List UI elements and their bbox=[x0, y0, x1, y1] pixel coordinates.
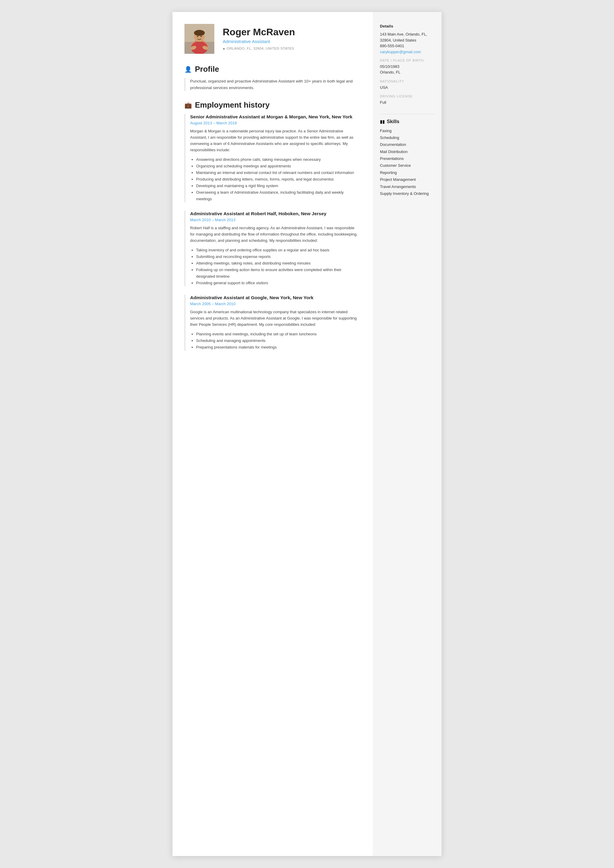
list-item: Following up on meeting action items to … bbox=[196, 267, 360, 280]
list-item: Submitting and reconciling expense repor… bbox=[196, 253, 360, 260]
resume-container: Roger McRaven Administrative Assistant ●… bbox=[172, 12, 442, 856]
sidebar-address: 143 Main Ave, Orlando, FL, 32804, United… bbox=[380, 31, 434, 43]
list-item: Organizing and scheduling meetings and a… bbox=[196, 163, 360, 169]
list-item: Planning events and meetings, including … bbox=[196, 331, 360, 338]
sidebar-phone: 890-555-0401 bbox=[380, 43, 434, 49]
job-bullets-1: Answering and directions phone calls, ta… bbox=[196, 157, 360, 203]
profile-body: Punctual, organized and proactive Admini… bbox=[185, 78, 360, 91]
skill-item: Documentation bbox=[380, 141, 434, 148]
profile-text: Punctual, organized and proactive Admini… bbox=[190, 78, 360, 91]
sidebar: Details 143 Main Ave, Orlando, FL, 32804… bbox=[373, 12, 442, 856]
svg-point-7 bbox=[201, 36, 202, 37]
job-title-3: Administrative Assistant at Google, New … bbox=[190, 295, 360, 301]
list-item: Producing and distributing letters, memo… bbox=[196, 176, 360, 183]
list-item: Scheduling and managing appointments bbox=[196, 338, 360, 344]
candidate-name: Roger McRaven bbox=[223, 27, 295, 37]
list-item: Providing general support to office visi… bbox=[196, 280, 360, 286]
header-info: Roger McRaven Administrative Assistant ●… bbox=[223, 27, 295, 51]
sidebar-dob: 05/10/1983 Orlando, FL bbox=[380, 64, 434, 75]
profile-section: 👤 Profile Punctual, organized and proact… bbox=[185, 65, 360, 91]
sidebar-email[interactable]: carykupper@gmail.com bbox=[380, 50, 421, 54]
profile-section-header: 👤 Profile bbox=[185, 65, 360, 74]
details-title: Details bbox=[380, 24, 434, 28]
skill-item: Presentations bbox=[380, 155, 434, 162]
job-title-1: Senior Administrative Assistant at Morga… bbox=[190, 114, 360, 120]
employment-icon: 💼 bbox=[185, 102, 192, 109]
svg-point-5 bbox=[194, 30, 205, 36]
sidebar-nationality: USA bbox=[380, 85, 434, 91]
skill-item: Mail Distribution bbox=[380, 148, 434, 155]
list-item: Taking inventory of and ordering office … bbox=[196, 247, 360, 253]
profile-title: Profile bbox=[195, 65, 219, 74]
list-item: Developing and maintaining a rigid filin… bbox=[196, 183, 360, 189]
skills-icon: ▮▮ bbox=[380, 119, 385, 124]
list-item: Attending meetings, taking notes, and di… bbox=[196, 260, 360, 267]
skill-item: Faxing bbox=[380, 127, 434, 134]
job-desc-2: Robert Half is a staffing and recruiting… bbox=[190, 225, 360, 243]
list-item: Preparing presentations materials for me… bbox=[196, 344, 360, 350]
job-bullets-2: Taking inventory of and ordering office … bbox=[196, 247, 360, 287]
job-title-2: Administrative Assistant at Robert Half,… bbox=[190, 211, 360, 217]
sidebar-divider bbox=[380, 114, 434, 114]
list-item: Overseeing a team of Administrative Assi… bbox=[196, 189, 360, 202]
employment-title: Employment history bbox=[195, 101, 270, 110]
job-entry-3: Administrative Assistant at Google, New … bbox=[185, 295, 360, 350]
employment-section: 💼 Employment history Senior Administrati… bbox=[185, 101, 360, 350]
job-entry-2: Administrative Assistant at Robert Half,… bbox=[185, 211, 360, 286]
profile-icon: 👤 bbox=[185, 66, 192, 73]
candidate-title: Administrative Assistant bbox=[223, 39, 295, 44]
skill-item: Scheduling bbox=[380, 134, 434, 141]
job-dates-2: March 2010 – March 2013 bbox=[190, 218, 360, 222]
avatar bbox=[185, 24, 214, 54]
candidate-location: ● ORLANDO, FL, 32804, UNITED STATES bbox=[223, 46, 295, 51]
sidebar-details-section: Details 143 Main Ave, Orlando, FL, 32804… bbox=[380, 24, 434, 105]
skill-item: Project Management bbox=[380, 176, 434, 183]
header: Roger McRaven Administrative Assistant ●… bbox=[185, 24, 360, 54]
skills-header: ▮▮ Skills bbox=[380, 119, 434, 124]
skills-title: Skills bbox=[387, 119, 399, 124]
skill-item: Travel Arrangements bbox=[380, 183, 434, 190]
sidebar-skills-section: ▮▮ Skills Faxing Scheduling Documentatio… bbox=[380, 119, 434, 197]
dob-label: DATE / PLACE OF BIRTH bbox=[380, 59, 434, 62]
job-bullets-3: Planning events and meetings, including … bbox=[196, 331, 360, 350]
job-entry-1: Senior Administrative Assistant at Morga… bbox=[185, 114, 360, 202]
job-desc-3: Google is an American multinational tech… bbox=[190, 309, 360, 328]
job-dates-3: March 2005 – March 2010 bbox=[190, 302, 360, 306]
nationality-label: NATIONALITY bbox=[380, 79, 434, 83]
skill-item: Customer Service bbox=[380, 162, 434, 169]
employment-section-header: 💼 Employment history bbox=[185, 101, 360, 110]
svg-point-6 bbox=[197, 36, 198, 37]
job-desc-1: Morgan & Morgan is a nationwide personal… bbox=[190, 128, 360, 153]
list-item: Maintaining an internal and external con… bbox=[196, 169, 360, 176]
job-dates-1: August 2013 – March 2018 bbox=[190, 121, 360, 125]
driving-label: DRIVING LICENSE bbox=[380, 95, 434, 98]
location-icon: ● bbox=[223, 46, 225, 51]
skill-item: Supply Inventory & Ordering bbox=[380, 190, 434, 197]
main-content: Roger McRaven Administrative Assistant ●… bbox=[172, 12, 373, 856]
skill-item: Reporting bbox=[380, 169, 434, 176]
sidebar-driving: Full bbox=[380, 99, 434, 105]
list-item: Answering and directions phone calls, ta… bbox=[196, 157, 360, 163]
